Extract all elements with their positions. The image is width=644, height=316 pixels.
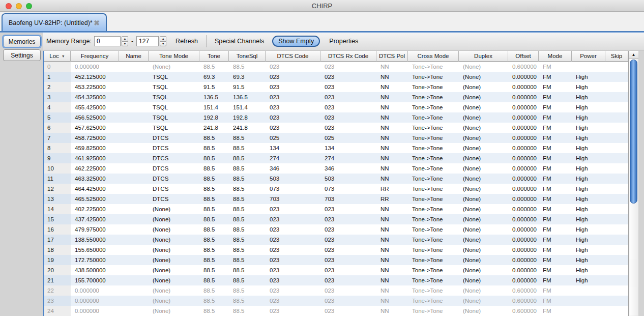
cell-tonesql[interactable]: 241.8	[229, 123, 266, 133]
cell-offset[interactable]: 0.000000	[508, 92, 539, 102]
cell-power[interactable]: High	[572, 102, 605, 112]
cell-tonesql[interactable]: 88.5	[229, 214, 266, 224]
cell-tonesql[interactable]: 136.5	[229, 92, 266, 102]
cell-tone-mode[interactable]: TSQL	[149, 102, 199, 112]
cell-cross-mode[interactable]: Tone->Tone	[408, 306, 459, 316]
cell-loc[interactable]: 24	[44, 306, 71, 316]
cell-dtcs-rx-code[interactable]: 703	[320, 194, 376, 204]
cell-loc[interactable]: 0	[44, 62, 71, 72]
cell-skip[interactable]	[605, 72, 628, 82]
cell-name[interactable]	[119, 285, 149, 296]
cell-tone-mode[interactable]: DTCS	[149, 163, 199, 174]
cell-tone[interactable]: 88.5	[199, 62, 229, 72]
cell-frequency[interactable]: 437.425000	[71, 214, 119, 224]
cell-dtcs-pol[interactable]: NN	[376, 235, 408, 245]
cell-dtcs-pol[interactable]: NN	[376, 72, 408, 82]
cell-frequency[interactable]: 457.625000	[71, 123, 119, 133]
cell-dtcs-rx-code[interactable]: 023	[320, 255, 376, 265]
cell-skip[interactable]	[605, 163, 628, 174]
cell-dtcs-pol[interactable]: NN	[376, 306, 408, 316]
cell-duplex[interactable]: (None)	[459, 265, 508, 275]
cell-frequency[interactable]: 456.525000	[71, 112, 119, 123]
cell-loc[interactable]: 4	[44, 102, 71, 112]
column-header-mode[interactable]: Mode	[539, 51, 572, 62]
cell-dtcs-code[interactable]: 346	[266, 163, 320, 174]
cell-tone-mode[interactable]: DTCS	[149, 143, 199, 153]
cell-power[interactable]: High	[572, 255, 605, 265]
stepper-down-icon[interactable]: ▼	[122, 41, 128, 47]
cell-skip[interactable]	[605, 184, 628, 194]
cell-tone-mode[interactable]: DTCS	[149, 133, 199, 143]
cell-tonesql[interactable]: 88.5	[229, 153, 266, 163]
cell-name[interactable]	[119, 163, 149, 174]
cell-offset[interactable]: 0.000000	[508, 224, 539, 235]
cell-frequency[interactable]: 0.000000	[71, 62, 119, 72]
cell-tonesql[interactable]: 88.5	[229, 235, 266, 245]
cell-dtcs-pol[interactable]: NN	[376, 265, 408, 275]
cell-dtcs-rx-code[interactable]: 023	[320, 245, 376, 255]
cell-power[interactable]: High	[572, 112, 605, 123]
cell-tone[interactable]: 88.5	[199, 194, 229, 204]
cell-name[interactable]	[119, 102, 149, 112]
cell-loc[interactable]: 7	[44, 133, 71, 143]
cell-duplex[interactable]: (None)	[459, 235, 508, 245]
cell-loc[interactable]: 2	[44, 82, 71, 92]
cell-offset[interactable]: 0.000000	[508, 72, 539, 82]
cell-power[interactable]: High	[572, 194, 605, 204]
cell-offset[interactable]: 0.600000	[508, 285, 539, 296]
cell-loc[interactable]: 5	[44, 112, 71, 123]
cell-mode[interactable]: FM	[539, 112, 572, 123]
cell-name[interactable]	[119, 194, 149, 204]
cell-cross-mode[interactable]: Tone->Tone	[408, 285, 459, 296]
cell-dtcs-pol[interactable]: NN	[376, 102, 408, 112]
cell-name[interactable]	[119, 184, 149, 194]
cell-frequency[interactable]: 465.525000	[71, 194, 119, 204]
cell-power[interactable]: High	[572, 123, 605, 133]
cell-dtcs-code[interactable]: 023	[266, 265, 320, 275]
cell-loc[interactable]: 12	[44, 184, 71, 194]
cell-tone-mode[interactable]: TSQL	[149, 82, 199, 92]
cell-frequency[interactable]: 438.500000	[71, 265, 119, 275]
cell-skip[interactable]	[605, 112, 628, 123]
cell-name[interactable]	[119, 235, 149, 245]
cell-dtcs-rx-code[interactable]: 073	[320, 184, 376, 194]
cell-duplex[interactable]: (None)	[459, 153, 508, 163]
cell-loc[interactable]: 20	[44, 265, 71, 275]
cell-skip[interactable]	[605, 296, 628, 306]
cell-dtcs-pol[interactable]: NN	[376, 204, 408, 214]
cell-skip[interactable]	[605, 143, 628, 153]
cell-cross-mode[interactable]: Tone->Tone	[408, 92, 459, 102]
cell-name[interactable]	[119, 275, 149, 285]
cell-dtcs-code[interactable]: 023	[266, 112, 320, 123]
cell-dtcs-rx-code[interactable]: 274	[320, 153, 376, 163]
scrollbar-thumb[interactable]	[630, 60, 637, 204]
cell-tone[interactable]: 88.5	[199, 285, 229, 296]
cell-duplex[interactable]: (None)	[459, 184, 508, 194]
stepper-down-icon[interactable]: ▼	[160, 41, 166, 47]
cell-tone-mode[interactable]: (None)	[149, 306, 199, 316]
cell-mode[interactable]: FM	[539, 92, 572, 102]
cell-cross-mode[interactable]: Tone->Tone	[408, 255, 459, 265]
cell-frequency[interactable]: 459.825000	[71, 143, 119, 153]
cell-tone[interactable]: 88.5	[199, 265, 229, 275]
cell-duplex[interactable]: (None)	[459, 143, 508, 153]
cell-tonesql[interactable]: 88.5	[229, 285, 266, 296]
cell-dtcs-rx-code[interactable]: 023	[320, 296, 376, 306]
cell-cross-mode[interactable]: Tone->Tone	[408, 82, 459, 92]
cell-duplex[interactable]: (None)	[459, 275, 508, 285]
cell-dtcs-code[interactable]: 073	[266, 184, 320, 194]
cell-tonesql[interactable]: 88.5	[229, 174, 266, 184]
cell-mode[interactable]: FM	[539, 214, 572, 224]
cell-tone-mode[interactable]: (None)	[149, 245, 199, 255]
cell-duplex[interactable]: (None)	[459, 194, 508, 204]
cell-dtcs-pol[interactable]: NN	[376, 133, 408, 143]
cell-cross-mode[interactable]: Tone->Tone	[408, 102, 459, 112]
cell-power[interactable]	[572, 296, 605, 306]
cell-tone[interactable]: 88.5	[199, 245, 229, 255]
column-header-power[interactable]: Power	[572, 51, 605, 62]
cell-cross-mode[interactable]: Tone->Tone	[408, 245, 459, 255]
cell-name[interactable]	[119, 153, 149, 163]
cell-offset[interactable]: 0.000000	[508, 102, 539, 112]
cell-name[interactable]	[119, 133, 149, 143]
cell-dtcs-rx-code[interactable]: 023	[320, 204, 376, 214]
